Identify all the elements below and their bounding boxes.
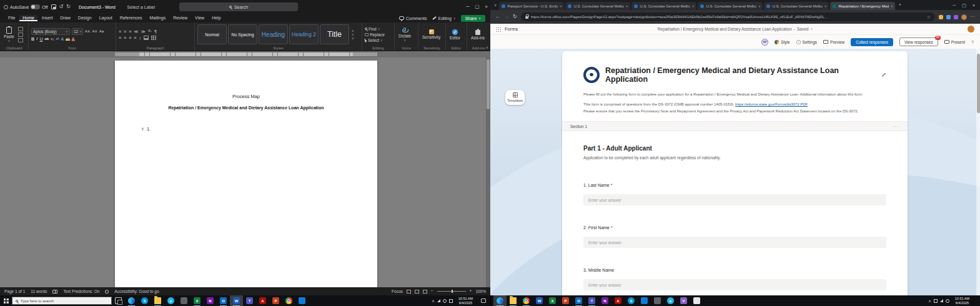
tab-help[interactable]: Help xyxy=(209,15,224,21)
file-explorer-app[interactable] xyxy=(151,295,164,306)
close-tab-icon[interactable]: × xyxy=(824,4,827,8)
taskbar-clock[interactable]: 10:51 AM 6/4/2025 xyxy=(952,297,973,305)
tab-insert[interactable]: Insert xyxy=(39,15,56,21)
settings-app[interactable] xyxy=(651,295,664,306)
autosave-toggle[interactable]: AutoSave Off xyxy=(4,4,48,9)
paste-button[interactable]: Paste ∨ xyxy=(2,24,16,44)
ds3072-link[interactable]: https://eforms.state.gov/Forms/ds3072.PD… xyxy=(735,102,808,106)
close-icon[interactable]: × xyxy=(485,4,488,9)
font-size-select[interactable]: 12 ∨ xyxy=(72,28,83,35)
comments-button[interactable]: Comments xyxy=(399,16,427,21)
question-2[interactable]: 2. First Name* xyxy=(583,225,886,248)
minimize-icon[interactable]: ─ xyxy=(466,4,469,9)
question-3[interactable]: 3. Middle Name xyxy=(583,268,886,290)
volume-icon[interactable] xyxy=(946,299,949,303)
line-spacing-icon[interactable]: ↕ xyxy=(139,36,141,40)
copy-icon[interactable] xyxy=(18,32,23,37)
browser-menu-icon[interactable]: ··· xyxy=(970,14,975,19)
tab-mailings[interactable]: Mailings xyxy=(146,15,169,21)
text-effects-icon[interactable]: A xyxy=(61,37,64,41)
teams-app[interactable] xyxy=(585,295,598,306)
tab-draw[interactable]: Draw xyxy=(57,15,73,21)
outdent-icon[interactable]: ≪ xyxy=(134,29,138,34)
document-page[interactable]: Process Map Repatriation / Emergency Med… xyxy=(115,61,377,287)
close-tab-icon[interactable]: × xyxy=(560,4,562,8)
account-avatar[interactable] xyxy=(968,26,974,32)
internet-explorer-app[interactable] xyxy=(664,295,677,306)
highlight-color-icon[interactable]: ab xyxy=(66,37,70,41)
align-left-icon[interactable]: ≡ xyxy=(119,36,121,40)
zoom-slider[interactable] xyxy=(437,291,466,292)
edit-title-icon[interactable] xyxy=(882,73,886,77)
refresh-icon[interactable]: ↻ xyxy=(513,14,517,19)
addins-button[interactable]: Add-ins xyxy=(470,24,486,44)
onenote-app[interactable] xyxy=(598,295,611,306)
underline-icon[interactable]: U xyxy=(39,37,42,41)
style-heading2[interactable]: Heading 2 xyxy=(289,24,319,44)
file-explorer-app[interactable] xyxy=(507,295,520,306)
change-case-icon[interactable]: Aa xyxy=(99,29,104,33)
maximize-icon[interactable]: ▢ xyxy=(962,3,966,7)
excel-app[interactable] xyxy=(191,295,204,306)
onedrive-icon[interactable] xyxy=(449,299,453,303)
tray-expand-icon[interactable]: ∧ xyxy=(432,299,434,303)
skype-app[interactable] xyxy=(138,295,151,306)
teams-app[interactable] xyxy=(243,295,256,306)
tab-file[interactable]: File xyxy=(5,15,18,21)
action-center-icon[interactable] xyxy=(481,299,486,303)
excel-app[interactable] xyxy=(546,295,559,306)
visual-studio-app[interactable] xyxy=(677,295,690,306)
form-title[interactable]: Repatriation / Emergency Medical and Die… xyxy=(605,66,874,84)
form-title-row[interactable]: Repatriation / Emergency Medical and Die… xyxy=(583,66,886,84)
help-icon[interactable]: ? xyxy=(971,40,974,44)
justify-icon[interactable]: ≡ xyxy=(134,36,136,40)
outlook-app[interactable] xyxy=(572,295,585,306)
paragraph-marks-icon[interactable]: ¶ xyxy=(154,29,157,34)
read-mode-icon[interactable] xyxy=(407,290,411,294)
print-layout-icon[interactable] xyxy=(415,290,419,294)
redo-icon[interactable]: ↻ xyxy=(66,4,71,9)
browser-tab-active[interactable]: Repatriation / Emergency Medi... × xyxy=(830,2,895,10)
edge-app-active[interactable] xyxy=(493,295,507,306)
taskbar-search[interactable]: Type here to search xyxy=(12,297,112,305)
superscript-icon[interactable]: x² xyxy=(56,37,59,41)
style-no-spacing[interactable]: No Spacing xyxy=(228,24,257,44)
tab-layout[interactable]: Layout xyxy=(96,15,116,21)
word-scrollbar-thumb[interactable] xyxy=(487,59,490,109)
skype-app[interactable] xyxy=(625,295,638,306)
templates-button[interactable]: Templates xyxy=(505,90,525,105)
dictate-button[interactable]: Dictate ∨ xyxy=(397,24,412,44)
new-tab-icon[interactable]: + xyxy=(898,2,901,7)
chrome-app[interactable] xyxy=(282,295,295,306)
select-button[interactable]: Select ∨ xyxy=(365,38,385,42)
style-heading1[interactable]: Heading xyxy=(259,24,288,44)
chevron-down-icon[interactable]: ∨ xyxy=(810,27,813,31)
question-1-input[interactable] xyxy=(583,194,886,205)
tab-references[interactable]: References xyxy=(117,15,146,21)
close-tab-icon[interactable]: × xyxy=(692,4,695,8)
start-button[interactable] xyxy=(0,295,12,306)
back-icon[interactable]: ← xyxy=(495,14,500,19)
present-button[interactable]: Present xyxy=(944,40,965,44)
web-layout-icon[interactable] xyxy=(423,290,427,294)
editing-mode-button[interactable]: Editing ∨ xyxy=(432,16,456,21)
word-count[interactable]: 11 words xyxy=(31,289,47,294)
forward-icon[interactable]: → xyxy=(504,14,509,19)
sensitivity-button[interactable]: Sensitivity xyxy=(421,24,442,44)
app-launcher-icon[interactable] xyxy=(496,27,501,32)
forms-scrollbar-thumb[interactable] xyxy=(977,54,980,113)
form-description[interactable]: Please fill out the following form to co… xyxy=(583,92,886,114)
ruler[interactable] xyxy=(0,51,490,57)
onenote-app[interactable] xyxy=(204,295,217,306)
word-scrollbar[interactable] xyxy=(486,57,490,287)
replace-button[interactable]: Replace xyxy=(365,32,385,37)
part-description[interactable]: Application to be completed by each adul… xyxy=(583,155,886,160)
taskbar-clock[interactable]: 10:51 AM 6/4/2025 xyxy=(455,297,476,305)
style-normal[interactable]: Normal xyxy=(197,24,227,44)
find-button[interactable]: Find ∨ xyxy=(365,27,385,31)
powerpoint-app[interactable] xyxy=(269,295,282,306)
settings-button[interactable]: Settings xyxy=(796,40,818,44)
collect-responses-button[interactable]: Collect responses xyxy=(851,38,893,46)
subscript-icon[interactable]: x₂ xyxy=(51,37,54,41)
url-field[interactable]: https://forms.office.com/Pages/DesignPag… xyxy=(521,12,935,21)
